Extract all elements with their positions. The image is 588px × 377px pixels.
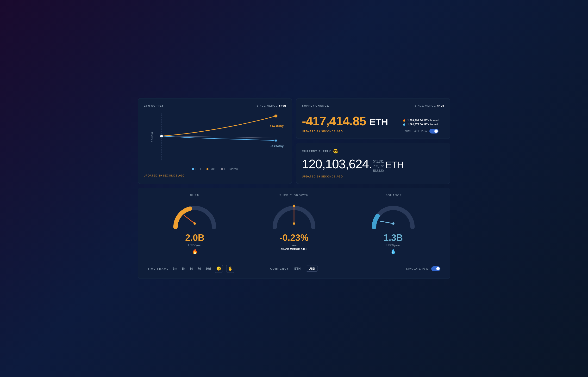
legend-dot-eth <box>192 168 194 170</box>
current-supply-value: 120,103,624. 541,391, 763,872, 513,130 E… <box>302 157 444 173</box>
issuance-wrapper <box>369 200 417 231</box>
bottom-row: BURN 2.0B USD/year 🔥 <box>138 188 450 279</box>
issuance-title: ISSUANCE <box>385 194 402 197</box>
issuance-svg <box>369 200 417 231</box>
currency-section: CURRENCY ETH USD <box>246 266 342 271</box>
supply-growth-value: -0.23% /year SINCE MERGE 540d <box>280 233 308 251</box>
face-icon: 😐 <box>216 266 221 271</box>
current-supply-card: CURRENT SUPPLY 😎 120,103,624. 541,391, 7… <box>296 143 450 184</box>
supply-growth-number: -0.23% <box>280 233 308 243</box>
issue-item: 💧 1,092,577.00 ETH issued <box>403 123 439 126</box>
face-icon-btn[interactable]: 😐 <box>215 265 223 273</box>
burn-gauge-wrapper <box>171 200 219 231</box>
eth-supply-card: ETH SUPPLY SINCE MERGE 540d MERGE <box>138 98 292 184</box>
ghost-icon-btn[interactable]: 🖐️ <box>226 265 234 273</box>
legend-label-pow: ETH (PoW) <box>224 168 238 170</box>
controls-row: TIME FRAME 5m 1h 1d 7d 30d 😐 🖐️ CURRENCY… <box>147 260 441 273</box>
supply-change-number: -417,414.85 ETH <box>302 114 388 128</box>
supply-main-number: 120,103,624. <box>302 157 372 171</box>
supply-change-left: -417,414.85 ETH UPDATED 29 SECONDS AGO <box>302 111 388 133</box>
current-supply-updated: UPDATED 29 SECONDS AGO <box>302 175 444 178</box>
since-merge-value: 540d <box>279 104 286 107</box>
issued-label: ETH issued <box>424 123 438 126</box>
issuance-value: 1.3B USD/year 💧 <box>384 233 403 254</box>
issuance-number: 1.3B <box>384 233 403 243</box>
eth-supply-updated: UPDATED 29 SECONDS AGO <box>144 174 286 177</box>
drop-icon: 💧 <box>403 123 406 126</box>
supply-decimals: 541,391, 763,872, 513,130 <box>373 159 384 173</box>
simulate-toggle-bottom[interactable] <box>431 266 441 271</box>
simulate-pow-row: SIMULATE PoW <box>403 129 439 133</box>
supply-growth-unit: /year <box>280 244 308 247</box>
svg-line-4 <box>184 215 195 224</box>
supply-growth-section: SUPPLY GROWTH -0.23% /year <box>247 194 341 254</box>
issuance-section: ISSUANCE 1.3B USD/year 💧 <box>346 194 441 254</box>
svg-point-2 <box>274 115 277 118</box>
simulate-toggle-top[interactable] <box>429 129 439 133</box>
currency-label: CURRENCY <box>270 267 289 270</box>
burn-icon: 🔥 <box>185 248 204 254</box>
supply-growth-since: SINCE MERGE 540d <box>280 248 308 251</box>
face-emoji: 😎 <box>333 149 338 154</box>
simulate-section: SIMULATE PoW <box>344 266 441 271</box>
supply-since-value: 540d <box>437 104 444 107</box>
supply-since-label: SINCE MERGE <box>415 104 436 107</box>
chart-legend: ETH BTC ETH (PoW) <box>144 168 286 170</box>
updated-time: 29 SECONDS AGO <box>159 174 185 177</box>
right-col: SUPPLY CHANGE SINCE MERGE 540d -417,414.… <box>296 98 450 184</box>
burn-gauge-svg <box>171 200 219 231</box>
burn-value: 2.0B USD/year 🔥 <box>185 233 204 254</box>
since-merge-badge-top: SINCE MERGE 540d <box>257 104 286 107</box>
timeframe-label: TIME FRAME <box>147 267 169 270</box>
svg-point-7 <box>293 222 295 225</box>
legend-eth: ETH <box>192 168 201 170</box>
time-btn-1d[interactable]: 1d <box>189 266 194 271</box>
issuance-unit: USD/year <box>384 244 403 247</box>
legend-dot-pow <box>221 168 223 170</box>
supply-since-merge: SINCE MERGE 540d <box>415 104 444 107</box>
burned-label: ETH burned <box>424 119 439 122</box>
burn-unit: USD/year <box>185 244 204 247</box>
burn-item: 🔥 1,509,991.84 ETH burned <box>403 119 439 122</box>
eth-supply-chart <box>144 111 286 164</box>
currency-usd-btn[interactable]: USD <box>306 266 318 271</box>
burn-gauge-title: BURN <box>190 194 199 197</box>
svg-point-8 <box>293 205 295 207</box>
supply-change-updated: UPDATED 29 SECONDS AGO <box>302 130 388 133</box>
timeframe-section: TIME FRAME 5m 1h 1d 7d 30d 😐 🖐️ <box>147 265 244 273</box>
current-supply-header: CURRENT SUPPLY 😎 <box>302 149 444 154</box>
eth-rate-label: -0.234%/y <box>270 144 284 148</box>
issued-amount: 1,092,577.00 <box>407 123 423 126</box>
current-supply-title: CURRENT SUPPLY <box>302 150 331 153</box>
top-row: ETH SUPPLY SINCE MERGE 540d MERGE <box>138 98 450 184</box>
legend-dot-btc <box>207 168 208 170</box>
issuance-icon: 💧 <box>384 248 403 254</box>
dashboard: ETH SUPPLY SINCE MERGE 540d MERGE <box>138 98 450 279</box>
time-btn-5m[interactable]: 5m <box>172 266 178 271</box>
currency-eth-btn[interactable]: ETH <box>292 266 302 271</box>
time-btn-1h[interactable]: 1h <box>181 266 185 271</box>
supply-change-title: SUPPLY CHANGE <box>302 104 329 107</box>
legend-label-btc: BTC <box>210 168 215 170</box>
supply-change-header: SUPPLY CHANGE SINCE MERGE 540d <box>302 104 444 107</box>
time-btn-30d[interactable]: 30d <box>205 266 211 271</box>
supply-growth-title: SUPPLY GROWTH <box>279 194 309 197</box>
legend-label-eth: ETH <box>196 168 201 170</box>
supply-change-card: SUPPLY CHANGE SINCE MERGE 540d -417,414.… <box>296 98 450 139</box>
svg-point-5 <box>194 222 196 225</box>
chart-area: MERGE +1.71 <box>144 111 286 164</box>
legend-btc: BTC <box>207 168 215 170</box>
gauges-row: BURN 2.0B USD/year 🔥 <box>147 194 441 254</box>
merge-label: MERGE <box>151 132 153 143</box>
simulate-label-top: SIMULATE PoW <box>405 130 428 132</box>
supply-growth-wrapper <box>270 200 318 231</box>
updated-label: UPDATED <box>144 174 158 177</box>
legend-pow: ETH (PoW) <box>221 168 238 170</box>
svg-point-10 <box>392 222 394 225</box>
time-btn-7d[interactable]: 7d <box>197 266 202 271</box>
since-merge-label: SINCE MERGE <box>257 104 278 107</box>
supply-unit: ETH <box>385 160 404 170</box>
eth-supply-header: ETH SUPPLY SINCE MERGE 540d <box>144 104 286 107</box>
btc-rate-label: +1.716%/y <box>270 124 284 128</box>
supply-change-inner: SUPPLY CHANGE SINCE MERGE 540d -417,414.… <box>302 104 444 133</box>
